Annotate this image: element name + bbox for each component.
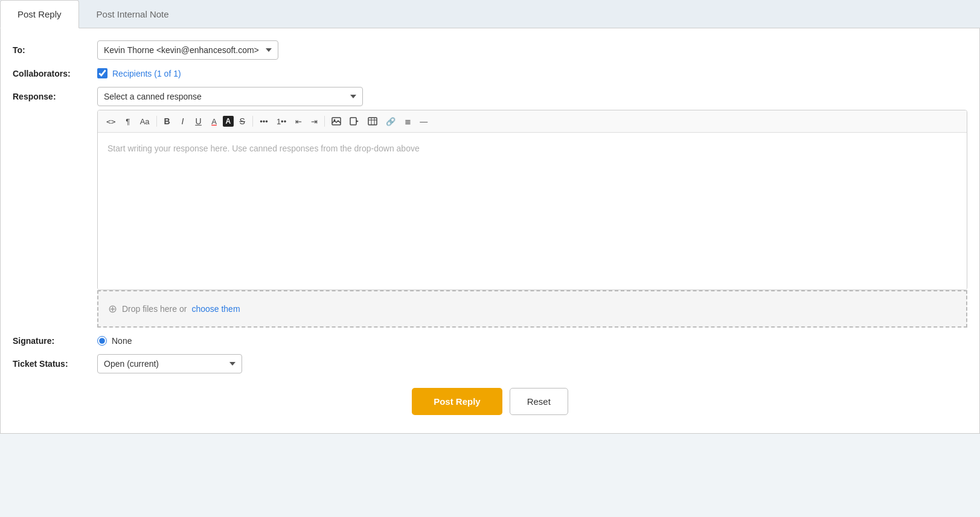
svg-rect-2 xyxy=(350,118,356,125)
toolbar-align-btn[interactable]: ≣ xyxy=(400,115,415,128)
to-select[interactable]: Kevin Thorne <kevin@enhancesoft.com> xyxy=(97,40,278,60)
tab-post-reply[interactable]: Post Reply xyxy=(0,0,79,28)
collaborators-link[interactable]: Recipients (1 of 1) xyxy=(112,69,181,78)
toolbar-paragraph-btn[interactable]: ¶ xyxy=(121,115,135,128)
toolbar-italic-btn[interactable]: I xyxy=(176,114,190,128)
signature-row: Signature: None xyxy=(13,336,967,346)
collaborators-field-wrapper: Recipients (1 of 1) xyxy=(97,68,967,78)
toolbar-ol-btn[interactable]: 1•• xyxy=(273,115,290,128)
editor-toolbar: <> ¶ Aa B I U A A S ••• 1•• ⇤ xyxy=(98,110,967,133)
main-container: Post Reply Post Internal Note To: Kevin … xyxy=(0,0,980,517)
toolbar-outdent-btn[interactable]: ⇤ xyxy=(291,115,306,128)
editor-body[interactable]: Start writing your response here. Use ca… xyxy=(98,133,967,290)
ticket-status-select[interactable]: Open (current) xyxy=(97,354,242,373)
tab-post-internal-note[interactable]: Post Internal Note xyxy=(79,0,187,28)
toolbar-divider-1 xyxy=(156,116,157,127)
collaborators-label: Collaborators: xyxy=(13,69,97,78)
toolbar-strike-btn[interactable]: S xyxy=(235,114,249,128)
svg-marker-3 xyxy=(356,120,359,122)
signature-field-wrapper: None xyxy=(97,336,967,346)
editor-wrapper: <> ¶ Aa B I U A A S ••• 1•• ⇤ xyxy=(97,110,967,290)
ticket-status-field-wrapper: Open (current) xyxy=(97,354,967,373)
tab-bar: Post Reply Post Internal Note xyxy=(0,0,980,28)
toolbar-table-btn[interactable] xyxy=(364,115,381,128)
toolbar-fontcolor-btn[interactable]: A xyxy=(207,115,222,128)
collaborators-row: Collaborators: Recipients (1 of 1) xyxy=(13,68,967,78)
toolbar-divider-3 xyxy=(324,116,325,127)
toolbar-hr-btn[interactable]: — xyxy=(416,115,431,128)
toolbar-underline-btn[interactable]: U xyxy=(191,114,206,128)
toolbar-image-btn[interactable] xyxy=(328,115,345,128)
to-label: To: xyxy=(13,45,97,55)
to-field-wrapper: Kevin Thorne <kevin@enhancesoft.com> xyxy=(97,40,967,60)
drop-files-text: Drop files here or xyxy=(122,304,187,314)
svg-rect-4 xyxy=(368,118,377,125)
toolbar-link-btn[interactable]: 🔗 xyxy=(382,115,399,128)
signature-none-radio[interactable] xyxy=(97,336,107,346)
collaborators-checkbox[interactable] xyxy=(97,68,107,78)
response-row: Response: Select a canned response <> ¶ … xyxy=(13,87,967,328)
ticket-status-row: Ticket Status: Open (current) xyxy=(13,354,967,373)
ticket-status-label: Ticket Status: xyxy=(13,359,97,369)
toolbar-source-code-btn[interactable]: <> xyxy=(103,115,120,128)
toolbar-divider-2 xyxy=(252,116,253,127)
post-reply-button[interactable]: Post Reply xyxy=(412,388,502,415)
toolbar-video-btn[interactable] xyxy=(346,115,363,128)
toolbar-bgcolor-btn[interactable]: A xyxy=(223,116,234,127)
reset-button[interactable]: Reset xyxy=(510,388,568,415)
canned-response-select[interactable]: Select a canned response xyxy=(97,87,363,106)
toolbar-indent-btn[interactable]: ⇥ xyxy=(307,115,321,128)
form-area: To: Kevin Thorne <kevin@enhancesoft.com>… xyxy=(0,28,980,434)
toolbar-bold-btn[interactable]: B xyxy=(160,114,175,128)
drop-zone[interactable]: ⊕ Drop files here or choose them xyxy=(97,290,967,328)
drop-icon: ⊕ xyxy=(108,302,117,316)
to-row: To: Kevin Thorne <kevin@enhancesoft.com> xyxy=(13,40,967,60)
signature-label: Signature: xyxy=(13,336,97,346)
response-label: Response: xyxy=(13,87,97,101)
toolbar-fontsize-btn[interactable]: Aa xyxy=(136,115,153,128)
signature-none-label: None xyxy=(112,336,132,346)
toolbar-ul-btn[interactable]: ••• xyxy=(256,115,272,128)
action-row: Post Reply Reset xyxy=(13,388,967,415)
response-field-wrapper: Select a canned response <> ¶ Aa B I U A xyxy=(97,87,967,328)
choose-them-link[interactable]: choose them xyxy=(191,304,240,314)
